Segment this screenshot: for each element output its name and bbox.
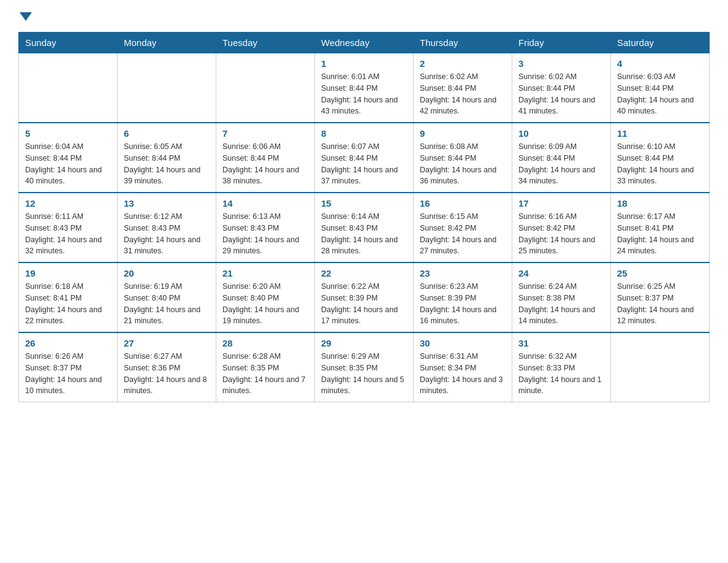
day-number: 29 (321, 338, 407, 348)
day-number: 27 (124, 338, 210, 348)
day-number: 17 (518, 198, 604, 209)
calendar-row: 1Sunrise: 6:01 AM Sunset: 8:44 PM Daylig… (19, 53, 710, 123)
day-info: Sunrise: 6:05 AM Sunset: 8:44 PM Dayligh… (124, 141, 210, 187)
col-thursday: Thursday (414, 33, 512, 53)
day-number: 26 (25, 338, 111, 348)
calendar-cell: 7Sunrise: 6:06 AM Sunset: 8:44 PM Daylig… (216, 123, 315, 193)
day-info: Sunrise: 6:15 AM Sunset: 8:42 PM Dayligh… (420, 211, 506, 257)
calendar-row: 19Sunrise: 6:18 AM Sunset: 8:41 PM Dayli… (19, 262, 710, 332)
col-saturday: Saturday (611, 33, 710, 53)
day-number: 2 (420, 58, 506, 69)
calendar-cell (216, 53, 315, 123)
day-number: 31 (518, 338, 604, 348)
col-friday: Friday (512, 33, 611, 53)
day-info: Sunrise: 6:16 AM Sunset: 8:42 PM Dayligh… (518, 211, 604, 257)
day-number: 22 (321, 268, 407, 278)
day-number: 4 (617, 58, 703, 69)
day-info: Sunrise: 6:02 AM Sunset: 8:44 PM Dayligh… (518, 71, 604, 117)
calendar-cell: 21Sunrise: 6:20 AM Sunset: 8:40 PM Dayli… (216, 262, 315, 332)
calendar-header-row: Sunday Monday Tuesday Wednesday Thursday… (19, 33, 710, 53)
day-number: 15 (321, 198, 407, 209)
day-info: Sunrise: 6:22 AM Sunset: 8:39 PM Dayligh… (321, 281, 407, 327)
logo-arrow-icon (20, 12, 32, 21)
day-number: 18 (617, 198, 703, 209)
calendar-cell: 17Sunrise: 6:16 AM Sunset: 8:42 PM Dayli… (512, 193, 611, 262)
day-info: Sunrise: 6:08 AM Sunset: 8:44 PM Dayligh… (420, 141, 506, 187)
day-number: 7 (222, 128, 308, 139)
day-number: 13 (124, 198, 210, 209)
col-wednesday: Wednesday (315, 33, 414, 53)
day-info: Sunrise: 6:26 AM Sunset: 8:37 PM Dayligh… (25, 351, 111, 397)
day-info: Sunrise: 6:07 AM Sunset: 8:44 PM Dayligh… (321, 141, 407, 187)
calendar-cell: 23Sunrise: 6:23 AM Sunset: 8:39 PM Dayli… (414, 262, 512, 332)
day-number: 20 (124, 268, 210, 278)
day-info: Sunrise: 6:23 AM Sunset: 8:39 PM Dayligh… (420, 281, 506, 327)
day-number: 14 (222, 198, 308, 209)
calendar-cell: 20Sunrise: 6:19 AM Sunset: 8:40 PM Dayli… (118, 262, 216, 332)
logo (18, 12, 33, 21)
day-info: Sunrise: 6:10 AM Sunset: 8:44 PM Dayligh… (617, 141, 703, 187)
day-number: 6 (124, 128, 210, 139)
calendar-cell: 26Sunrise: 6:26 AM Sunset: 8:37 PM Dayli… (19, 332, 118, 402)
calendar-cell: 19Sunrise: 6:18 AM Sunset: 8:41 PM Dayli… (19, 262, 118, 332)
calendar-row: 12Sunrise: 6:11 AM Sunset: 8:43 PM Dayli… (19, 193, 710, 262)
col-monday: Monday (118, 33, 216, 53)
day-number: 5 (25, 128, 111, 139)
day-info: Sunrise: 6:29 AM Sunset: 8:35 PM Dayligh… (321, 351, 407, 397)
calendar-cell: 30Sunrise: 6:31 AM Sunset: 8:34 PM Dayli… (414, 332, 512, 402)
calendar-cell (19, 53, 118, 123)
calendar-cell: 14Sunrise: 6:13 AM Sunset: 8:43 PM Dayli… (216, 193, 315, 262)
day-info: Sunrise: 6:13 AM Sunset: 8:43 PM Dayligh… (222, 211, 308, 257)
col-tuesday: Tuesday (216, 33, 315, 53)
day-info: Sunrise: 6:25 AM Sunset: 8:37 PM Dayligh… (617, 281, 703, 327)
calendar-cell: 25Sunrise: 6:25 AM Sunset: 8:37 PM Dayli… (611, 262, 710, 332)
day-info: Sunrise: 6:31 AM Sunset: 8:34 PM Dayligh… (420, 351, 506, 397)
day-number: 25 (617, 268, 703, 278)
calendar-cell: 22Sunrise: 6:22 AM Sunset: 8:39 PM Dayli… (315, 262, 414, 332)
day-info: Sunrise: 6:27 AM Sunset: 8:36 PM Dayligh… (124, 351, 210, 397)
calendar-row: 26Sunrise: 6:26 AM Sunset: 8:37 PM Dayli… (19, 332, 710, 402)
day-number: 16 (420, 198, 506, 209)
calendar-row: 5Sunrise: 6:04 AM Sunset: 8:44 PM Daylig… (19, 123, 710, 193)
calendar-cell (118, 53, 216, 123)
calendar-cell: 31Sunrise: 6:32 AM Sunset: 8:33 PM Dayli… (512, 332, 611, 402)
day-info: Sunrise: 6:24 AM Sunset: 8:38 PM Dayligh… (518, 281, 604, 327)
day-number: 3 (518, 58, 604, 69)
calendar-cell: 15Sunrise: 6:14 AM Sunset: 8:43 PM Dayli… (315, 193, 414, 262)
day-info: Sunrise: 6:11 AM Sunset: 8:43 PM Dayligh… (25, 211, 111, 257)
day-number: 9 (420, 128, 506, 139)
day-number: 12 (25, 198, 111, 209)
day-number: 24 (518, 268, 604, 278)
calendar-cell: 16Sunrise: 6:15 AM Sunset: 8:42 PM Dayli… (414, 193, 512, 262)
calendar-cell: 12Sunrise: 6:11 AM Sunset: 8:43 PM Dayli… (19, 193, 118, 262)
calendar-cell: 13Sunrise: 6:12 AM Sunset: 8:43 PM Dayli… (118, 193, 216, 262)
calendar-cell: 1Sunrise: 6:01 AM Sunset: 8:44 PM Daylig… (315, 53, 414, 123)
day-number: 19 (25, 268, 111, 278)
day-info: Sunrise: 6:18 AM Sunset: 8:41 PM Dayligh… (25, 281, 111, 327)
day-info: Sunrise: 6:14 AM Sunset: 8:43 PM Dayligh… (321, 211, 407, 257)
calendar-cell: 3Sunrise: 6:02 AM Sunset: 8:44 PM Daylig… (512, 53, 611, 123)
page-header (18, 12, 710, 21)
day-info: Sunrise: 6:12 AM Sunset: 8:43 PM Dayligh… (124, 211, 210, 257)
day-info: Sunrise: 6:04 AM Sunset: 8:44 PM Dayligh… (25, 141, 111, 187)
day-info: Sunrise: 6:06 AM Sunset: 8:44 PM Dayligh… (222, 141, 308, 187)
day-info: Sunrise: 6:32 AM Sunset: 8:33 PM Dayligh… (518, 351, 604, 397)
day-info: Sunrise: 6:20 AM Sunset: 8:40 PM Dayligh… (222, 281, 308, 327)
day-number: 11 (617, 128, 703, 139)
day-info: Sunrise: 6:09 AM Sunset: 8:44 PM Dayligh… (518, 141, 604, 187)
day-number: 1 (321, 58, 407, 69)
calendar-cell: 10Sunrise: 6:09 AM Sunset: 8:44 PM Dayli… (512, 123, 611, 193)
day-info: Sunrise: 6:01 AM Sunset: 8:44 PM Dayligh… (321, 71, 407, 117)
day-number: 21 (222, 268, 308, 278)
day-info: Sunrise: 6:19 AM Sunset: 8:40 PM Dayligh… (124, 281, 210, 327)
calendar-cell: 2Sunrise: 6:02 AM Sunset: 8:44 PM Daylig… (414, 53, 512, 123)
day-number: 30 (420, 338, 506, 348)
calendar-cell: 6Sunrise: 6:05 AM Sunset: 8:44 PM Daylig… (118, 123, 216, 193)
col-sunday: Sunday (19, 33, 118, 53)
day-number: 8 (321, 128, 407, 139)
day-info: Sunrise: 6:28 AM Sunset: 8:35 PM Dayligh… (222, 351, 308, 397)
day-number: 10 (518, 128, 604, 139)
calendar-cell: 18Sunrise: 6:17 AM Sunset: 8:41 PM Dayli… (611, 193, 710, 262)
calendar-cell: 29Sunrise: 6:29 AM Sunset: 8:35 PM Dayli… (315, 332, 414, 402)
calendar-cell: 8Sunrise: 6:07 AM Sunset: 8:44 PM Daylig… (315, 123, 414, 193)
